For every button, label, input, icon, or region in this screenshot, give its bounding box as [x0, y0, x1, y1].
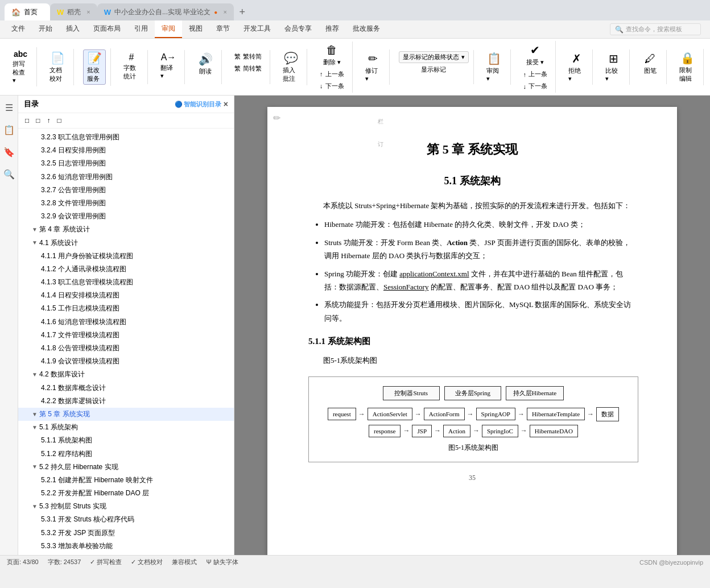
tab-layout[interactable]: 页面布局	[86, 20, 127, 38]
tab-devtools[interactable]: 开发工具	[237, 20, 278, 38]
toc-item-521[interactable]: 5.2.1 创建并配置 Hibernate 映射文件	[18, 474, 234, 487]
ribbon-group-correct: 📝 批改服务	[79, 48, 111, 86]
toc-item-326[interactable]: 3.2.6 短消息管理用例图	[18, 171, 234, 184]
toc-item-416[interactable]: 4.1.6 短消息管理模块流程图	[18, 316, 234, 329]
toc-item-422[interactable]: 4.2.2 数据库逻辑设计	[18, 395, 234, 408]
toc-toolbar-btn-3[interactable]: ↑	[45, 115, 53, 126]
tab-home[interactable]: 🏠 首页	[5, 3, 50, 20]
left-panel-bookmark-icon[interactable]: 🔖	[1, 144, 17, 160]
arch-caption: 图5-1系统架构图	[318, 443, 629, 453]
compare-button[interactable]: ⊞ 比较 ▾	[602, 51, 625, 84]
track-changes-button[interactable]: ✏ 修订 ▾	[362, 51, 385, 84]
toc-toolbar-btn-4[interactable]: □	[55, 115, 64, 126]
doc-check-button[interactable]: 📄 文档校对	[46, 50, 69, 84]
ink-pen-button[interactable]: 🖊 图笔	[639, 51, 662, 76]
smart-toc-button[interactable]: 🔵 智能识别目录	[175, 100, 221, 109]
delete-button[interactable]: 🗑 删除 ▾	[320, 43, 344, 68]
wordcount-button[interactable]: # 字数统计	[120, 51, 143, 82]
toc-item-511[interactable]: 5.1.1 系统架构图	[18, 434, 234, 447]
toc-item-328[interactable]: 3.2.8 文件管理用例图	[18, 197, 234, 210]
toc-item-533[interactable]: 5.3.3 增加表单校验功能	[18, 540, 234, 553]
toc-item-53[interactable]: ▼5.3 控制层 Struts 实现	[18, 500, 234, 513]
prev-comment-button[interactable]: ↑ 上一条	[316, 69, 348, 80]
toc-item-532[interactable]: 5.3.2 开发 JSP 页面原型	[18, 527, 234, 540]
toc-item-414[interactable]: 4.1.4 日程安排模块流程图	[18, 289, 234, 302]
document-area[interactable]: 栏 订 ✏ 第 5 章 系统实现 5.1 系统架构 本系统以 Struts+Sp…	[234, 96, 710, 555]
toc-item-325[interactable]: 3.2.5 日志管理用例图	[18, 157, 234, 170]
toc-item-531[interactable]: 5.3.1 开发 Struts 核心程序代码	[18, 513, 234, 526]
toc-item-421[interactable]: 4.2.1 数据库概念设计	[18, 382, 234, 395]
toc-item-329[interactable]: 3.2.9 会议管理用例图	[18, 210, 234, 223]
translate-button[interactable]: A→ 翻译 ▾	[157, 51, 180, 81]
document-page[interactable]: ✏ 第 5 章 系统实现 5.1 系统架构 本系统以 Struts+Spring…	[267, 107, 677, 555]
toc-item-51[interactable]: ▼5.1 系统架构	[18, 421, 234, 434]
next-comment-button[interactable]: ↓ 下一条	[316, 81, 348, 92]
tab-correct[interactable]: 批改服务	[346, 20, 387, 38]
toc-item-418[interactable]: 4.1.8 公告管理模块流程图	[18, 342, 234, 355]
spell-check-button[interactable]: abc 拼写检查 ▾	[9, 48, 32, 85]
tab-reference[interactable]: 引用	[127, 20, 155, 38]
ribbon-search-box[interactable]: 🔍 查找命令，搜索模板	[610, 23, 701, 35]
toc-item-512[interactable]: 5.1.2 程序结构图	[18, 448, 234, 461]
tab-recommend[interactable]: 推荐	[319, 20, 346, 38]
toc-item-412[interactable]: 4.1.2 个人通讯录模块流程图	[18, 263, 234, 276]
left-panel-search-icon[interactable]: 🔍	[1, 167, 17, 182]
toc-item-522[interactable]: 5.2.2 开发并配置 Hibernate DAO 层	[18, 487, 234, 500]
up-arrow-icon: ↑	[320, 71, 323, 77]
left-panel-doc-icon[interactable]: 📋	[1, 122, 17, 138]
font-missing-status[interactable]: Ψ 缺失字体	[206, 558, 238, 566]
toc-531-label: 5.3.1 开发 Struts 核心程序代码	[41, 514, 134, 525]
toc-toolbar-btn-1[interactable]: □	[23, 115, 31, 126]
tab-chapter[interactable]: 章节	[209, 20, 237, 38]
toc-close-button[interactable]: ×	[224, 100, 228, 109]
toc-item-42[interactable]: ▼4.2 数据库设计	[18, 368, 234, 381]
reject-button[interactable]: ✗ 拒绝 ▾	[565, 51, 588, 84]
toc-toolbar-btn-2[interactable]: □	[34, 115, 42, 126]
simp-to-trad-button[interactable]: 繁 简转繁	[231, 63, 265, 74]
accept-button[interactable]: ✔ 接受 ▾	[523, 42, 547, 68]
tab-start[interactable]: 开始	[32, 20, 59, 38]
toc-item-324[interactable]: 3.2.4 日程安排用例图	[18, 144, 234, 157]
tab-review[interactable]: 审阅	[155, 20, 182, 38]
tab-doc-close[interactable]: ×	[223, 9, 226, 15]
toc-item-52[interactable]: ▼5.2 持久层 Hibernate 实现	[18, 461, 234, 474]
spell-check-status[interactable]: ✓ 拼写检查	[90, 558, 122, 566]
tab-view[interactable]: 视图	[182, 20, 209, 38]
left-panel-nav-icon[interactable]: ☰	[3, 100, 15, 115]
restrict-edit-button[interactable]: 🔒 限制编辑	[676, 50, 699, 84]
new-tab-button[interactable]: +	[234, 3, 251, 20]
toc-item-419[interactable]: 4.1.9 会议管理模块流程图	[18, 355, 234, 368]
correct-service-button[interactable]: 📝 批改服务	[83, 49, 106, 85]
toc-item-323[interactable]: 3.2.3 职工信息管理用例图	[18, 131, 234, 144]
toc-item-41[interactable]: ▼4.1 系统设计	[18, 237, 234, 250]
ribbon-search-area: 🔍 查找命令，搜索模板	[605, 20, 705, 38]
accept-next-button[interactable]: ↓ 下一条	[520, 81, 551, 92]
show-markup-dropdown[interactable]: 显示标记的最终状态 ▾	[399, 51, 469, 63]
toc-533-label: 5.3.3 增加表单校验功能	[41, 541, 113, 552]
doc-check-status[interactable]: ✓ 文档校对	[131, 558, 163, 566]
toc-item-413[interactable]: 4.1.3 职工信息管理模块流程图	[18, 276, 234, 289]
tab-insert[interactable]: 插入	[59, 20, 86, 38]
toc-item-327[interactable]: 3.2.7 公告管理用例图	[18, 184, 234, 197]
trad-to-simp-button[interactable]: 繁 繁转简	[231, 51, 265, 62]
toc-item-417[interactable]: 4.1.7 文件管理模块流程图	[18, 329, 234, 342]
toc-511-label: 5.1.1 系统架构图	[41, 435, 92, 446]
review-button[interactable]: 📋 审阅 ▾	[483, 51, 506, 84]
ribbon-group-markup: 显示标记的最终状态 ▾ 显示标记	[394, 50, 474, 84]
reject-icon: ✗	[572, 52, 581, 65]
page-edit-icon[interactable]: ✏	[273, 113, 280, 123]
tab-shell[interactable]: W 稻壳 ×	[50, 3, 97, 20]
toc-item-415[interactable]: 4.1.5 工作日志模块流程图	[18, 302, 234, 315]
tab-doc[interactable]: W 中小企业办公自...实现 毕业论文 ● ×	[97, 3, 234, 20]
tab-vip[interactable]: 会员专享	[278, 20, 319, 38]
insert-comment-button[interactable]: 💬 插入批注	[279, 50, 302, 84]
toc-item-411[interactable]: 4.1.1 用户身份验证模块流程图	[18, 250, 234, 263]
read-aloud-button[interactable]: 🔊 朗读	[194, 51, 217, 77]
toc-item-ch5[interactable]: ▼第 5 章 系统实现	[18, 408, 234, 421]
show-markup-button[interactable]: 显示标记	[418, 64, 449, 75]
accept-prev-button[interactable]: ↑ 上一条	[520, 69, 551, 80]
translate-icon: A→	[161, 52, 176, 63]
tab-file[interactable]: 文件	[5, 20, 32, 38]
toc-item-ch4[interactable]: ▼第 4 章 系统设计	[18, 223, 234, 236]
tab-shell-close[interactable]: ×	[86, 9, 90, 15]
